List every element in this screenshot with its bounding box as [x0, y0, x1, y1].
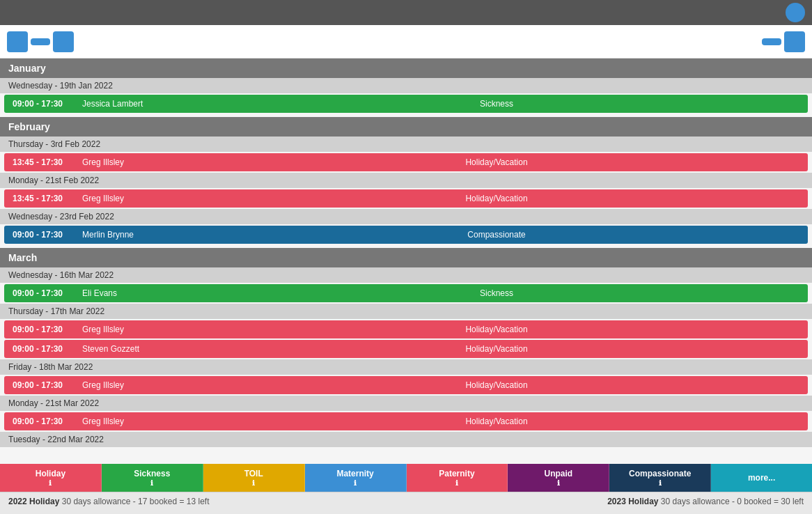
legend-label: Paternity	[439, 469, 474, 478]
day-row: Monday - 21st Feb 2022	[0, 173, 812, 188]
event-time: 09:00 - 17:30	[13, 344, 82, 354]
event-type: Holiday/Vacation	[194, 194, 799, 203]
legend-item[interactable]: more...	[711, 464, 812, 492]
menu-button[interactable]	[784, 31, 805, 52]
next-button[interactable]	[53, 31, 74, 52]
today-button[interactable]	[31, 38, 50, 45]
event-type: Holiday/Vacation	[194, 344, 799, 354]
event-type: Holiday/Vacation	[194, 380, 799, 390]
event-type: Sickness	[194, 288, 799, 298]
status-right-year: 2023	[607, 497, 628, 506]
event-row[interactable]: 09:00 - 17:30Eli EvansSickness	[4, 284, 808, 302]
legend-info-icon: ℹ	[150, 479, 153, 487]
event-type: Holiday/Vacation	[194, 157, 799, 167]
legend-bar: HolidayℹSicknessℹTOILℹMaternityℹPaternit…	[0, 464, 812, 492]
event-type: Sickness	[194, 99, 799, 109]
legend-item[interactable]: Maternityℹ	[305, 464, 407, 492]
day-row: Wednesday - 23rd Feb 2022	[0, 209, 812, 224]
event-name: Steven Gozzett	[82, 344, 194, 354]
event-row[interactable]: 09:00 - 17:30Greg IllsleyHoliday/Vacatio…	[4, 412, 808, 430]
status-bar: 2022 Holiday 30 days allowance - 17 book…	[0, 492, 812, 514]
legend-label: Holiday	[36, 469, 65, 478]
event-row[interactable]: 09:00 - 17:30Jessica LambertSickness	[4, 95, 808, 113]
event-type: Holiday/Vacation	[194, 416, 799, 426]
legend-item[interactable]: Holidayℹ	[0, 464, 102, 492]
day-row: Monday - 21st Mar 2022	[0, 396, 812, 411]
legend-info-icon: ℹ	[455, 479, 458, 487]
event-name: Greg Illsley	[82, 194, 194, 203]
legend-label: TOIL	[244, 469, 263, 478]
views-button[interactable]	[762, 38, 781, 45]
status-left-year: 2022	[8, 497, 29, 506]
app-container: JanuaryWednesday - 19th Jan 202209:00 - …	[0, 0, 812, 514]
legend-info-icon: ℹ	[557, 479, 560, 487]
day-row: Wednesday - 19th Jan 2022	[0, 78, 812, 93]
event-time: 09:00 - 17:30	[13, 380, 82, 390]
status-right-text: 30 days allowance - 0 booked = 30 left	[661, 497, 804, 506]
event-time: 09:00 - 17:30	[13, 99, 82, 109]
title-bar	[0, 0, 812, 25]
legend-info-icon: ℹ	[354, 479, 357, 487]
event-time: 13:45 - 17:30	[13, 194, 82, 203]
legend-label: Sickness	[134, 469, 170, 478]
calendar-content: JanuaryWednesday - 19th Jan 202209:00 - …	[0, 59, 812, 464]
event-name: Merlin Brynne	[82, 230, 194, 240]
day-row: Thursday - 17th Mar 2022	[0, 304, 812, 319]
month-header: January	[0, 59, 812, 78]
status-left: 2022 Holiday 30 days allowance - 17 book…	[8, 497, 210, 510]
event-type: Compassionate	[194, 230, 799, 240]
event-row[interactable]: 13:45 - 17:30Greg IllsleyHoliday/Vacatio…	[4, 189, 808, 208]
event-row[interactable]: 09:00 - 17:30Merlin BrynneCompassionate	[4, 226, 808, 244]
legend-info-icon: ℹ	[49, 479, 52, 487]
month-header: February	[0, 117, 812, 137]
status-right-label: Holiday	[628, 497, 661, 506]
event-name: Eli Evans	[82, 288, 194, 298]
day-row: Thursday - 3rd Feb 2022	[0, 137, 812, 152]
legend-label: more...	[748, 473, 775, 483]
event-name: Greg Illsley	[82, 157, 194, 167]
legend-label: Maternity	[336, 469, 373, 478]
event-time: 09:00 - 17:30	[13, 230, 82, 240]
day-row: Friday - 18th Mar 2022	[0, 359, 812, 375]
event-row[interactable]: 13:45 - 17:30Greg IllsleyHoliday/Vacatio…	[4, 153, 808, 171]
event-row[interactable]: 09:00 - 17:30Steven GozzettHoliday/Vacat…	[4, 340, 808, 358]
event-name: Greg Illsley	[82, 380, 194, 390]
event-row[interactable]: 09:00 - 17:30Greg IllsleyHoliday/Vacatio…	[4, 376, 808, 394]
event-time: 09:00 - 17:30	[13, 325, 82, 334]
legend-item[interactable]: Sicknessℹ	[102, 464, 203, 492]
legend-item[interactable]: Compassionateℹ	[609, 464, 711, 492]
user-icon-button[interactable]	[786, 3, 805, 22]
legend-item[interactable]: TOILℹ	[203, 464, 305, 492]
legend-item[interactable]: Paternityℹ	[407, 464, 508, 492]
legend-label: Compassionate	[629, 469, 691, 478]
legend-item[interactable]: Unpaidℹ	[508, 464, 609, 492]
spacer	[0, 447, 812, 450]
status-left-text: 30 days allowance - 17 booked = 13 left	[62, 497, 210, 506]
event-time: 09:00 - 17:30	[13, 288, 82, 298]
legend-info-icon: ℹ	[252, 479, 255, 487]
day-row: Wednesday - 16th Mar 2022	[0, 267, 812, 283]
event-row[interactable]: 09:00 - 17:30Greg IllsleyHoliday/Vacatio…	[4, 320, 808, 338]
event-name: Jessica Lambert	[82, 99, 194, 109]
event-time: 09:00 - 17:30	[13, 416, 82, 426]
event-name: Greg Illsley	[82, 325, 194, 334]
nav-bar	[0, 25, 812, 59]
day-row: Tuesday - 22nd Mar 2022	[0, 432, 812, 447]
legend-label: Unpaid	[544, 469, 572, 478]
prev-button[interactable]	[7, 31, 28, 52]
event-type: Holiday/Vacation	[194, 325, 799, 334]
event-time: 13:45 - 17:30	[13, 157, 82, 167]
status-left-label: Holiday	[29, 497, 62, 506]
month-header: March	[0, 248, 812, 267]
legend-info-icon: ℹ	[659, 479, 662, 487]
event-name: Greg Illsley	[82, 416, 194, 426]
status-right: 2023 Holiday 30 days allowance - 0 booke…	[607, 497, 804, 510]
